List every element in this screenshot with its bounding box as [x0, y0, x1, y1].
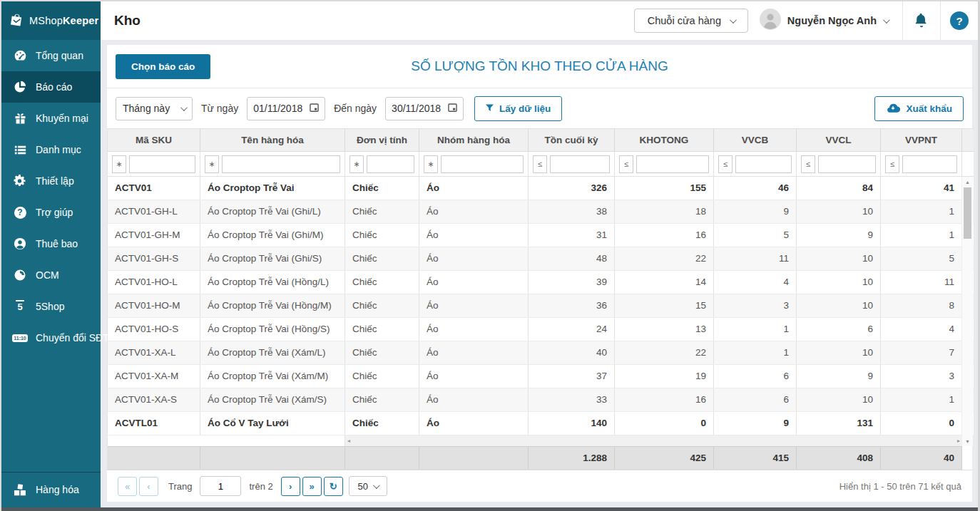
table-cell: 13	[615, 318, 714, 341]
filter-operator-button[interactable]: ∗	[424, 155, 438, 173]
export-button[interactable]: Xuất khẩu	[874, 96, 964, 121]
column-filter-input[interactable]	[222, 155, 340, 173]
sidebar-item-thue-bao[interactable]: Thuê bao	[1, 228, 101, 259]
prev-page-button[interactable]: ‹	[139, 477, 158, 496]
column-filter-input[interactable]	[735, 155, 792, 173]
sidebar-item-danh-muc[interactable]: Danh mục	[1, 134, 101, 165]
last-page-button[interactable]: »	[302, 477, 322, 496]
sidebar-item-bao-cao[interactable]: Báo cáo	[1, 71, 101, 103]
column-header-ton-cuoi-ky[interactable]: Tồn cuối kỳ	[529, 129, 615, 151]
scroll-left-arrow-icon[interactable]: ◂	[347, 438, 350, 444]
table-row[interactable]: ACTV01-HO-MÁo Croptop Trễ Vai (Hồng/M)Ch…	[108, 294, 974, 318]
table-cell: ACTV01-HO-L	[108, 271, 200, 294]
table-cell: Áo	[419, 365, 529, 388]
sidebar-item-khuyen-mai[interactable]: Khuyến mại	[1, 103, 101, 134]
brand-name: MShopKeeper	[29, 15, 98, 26]
table-row[interactable]: ACTV01-HO-SÁo Croptop Trễ Vai (Hồng/S)Ch…	[108, 318, 974, 341]
get-data-button[interactable]: Lấy dữ liệu	[474, 96, 562, 121]
content-area: Chọn báo cáo SỐ LƯỢNG TỒN KHO THEO CỬA H…	[101, 40, 978, 511]
table-cell: Áo Croptop Trễ Vai (Ghi/L)	[200, 200, 345, 223]
column-header-nhom-hang-hoa[interactable]: Nhóm hàng hóa	[419, 129, 529, 151]
column-header-vvcb[interactable]: VVCB	[714, 129, 797, 151]
table-row[interactable]: ACTV01-XA-MÁo Croptop Trễ Vai (Xám/M)Chi…	[108, 365, 974, 388]
table-cell: 39	[529, 271, 615, 294]
table-cell: 11	[714, 247, 797, 270]
table-cell: 38	[529, 200, 615, 223]
table-cell: 46	[714, 177, 797, 200]
column-filter-input[interactable]	[818, 155, 876, 173]
to-date-input[interactable]: 30/11/2018	[385, 97, 464, 120]
calendar-icon[interactable]	[448, 103, 457, 114]
column-header-vvpnt[interactable]: VVPNT	[881, 129, 962, 151]
horizontal-scroll-track[interactable]: ◂ ▸	[345, 435, 962, 446]
table-row[interactable]: ACTV01-GH-SÁo Croptop Trễ Vai (Ghi/S)Chi…	[108, 247, 974, 271]
sidebar-item-label: Hàng hóa	[36, 484, 79, 495]
refresh-button[interactable]: ↻	[324, 477, 343, 496]
table-cell: Áo	[419, 294, 529, 317]
table-cell: Áo Croptop Trễ Vai (Ghi/S)	[200, 247, 345, 270]
summary-cell	[345, 446, 419, 470]
from-date-input[interactable]: 01/11/2018	[247, 97, 325, 120]
scroll-right-arrow-icon[interactable]: ▸	[957, 438, 960, 444]
vertical-scrollbar[interactable]: ▴ ▾	[961, 177, 973, 446]
table-row[interactable]: ACVTL01Áo Cổ V Tay LướiChiếcÁo140091310	[108, 412, 974, 435]
calendar-icon[interactable]	[310, 103, 319, 114]
column-header-vvcl[interactable]: VVCL	[797, 129, 881, 151]
notification-bell-icon[interactable]	[903, 12, 940, 29]
sidebar-item-thiet-lap[interactable]: Thiết lập	[1, 165, 101, 197]
choose-report-button[interactable]: Chọn báo cáo	[116, 54, 210, 79]
column-filter-input[interactable]	[129, 155, 195, 173]
table-cell: Áo	[419, 412, 529, 435]
column-filter-input[interactable]	[902, 155, 957, 173]
shopping-bag-icon	[9, 11, 24, 30]
first-page-button[interactable]: «	[118, 477, 137, 496]
avatar	[760, 9, 781, 33]
table-row[interactable]: ACTV01-GH-MÁo Croptop Trễ Vai (Ghi/M)Chi…	[108, 224, 974, 247]
page-number-input[interactable]	[200, 476, 241, 496]
filter-operator-button[interactable]: ≤	[619, 155, 633, 173]
scroll-up-arrow-icon[interactable]: ▴	[966, 177, 969, 187]
table-cell: ACTV01-XA-L	[108, 341, 200, 364]
column-header-ten-hang-hoa[interactable]: Tên hàng hóa	[200, 129, 345, 151]
filter-operator-button[interactable]: ∗	[112, 155, 126, 173]
filter-operator-button[interactable]: ≤	[533, 155, 547, 173]
filter-operator-button[interactable]: ∗	[205, 155, 219, 173]
column-filter-input[interactable]	[441, 155, 524, 173]
column-filter-input[interactable]	[550, 155, 610, 173]
brand-logo[interactable]: MShopKeeper	[1, 1, 101, 40]
table-row[interactable]: ACTV01-HO-LÁo Croptop Trễ Vai (Hồng/L)Ch…	[108, 271, 974, 294]
vertical-scroll-thumb[interactable]	[964, 187, 971, 239]
help-icon[interactable]: ?	[941, 11, 978, 30]
table-row[interactable]: ACTV01-GH-LÁo Croptop Trễ Vai (Ghi/L)Chi…	[108, 200, 974, 224]
filter-operator-button[interactable]: ∗	[349, 155, 364, 173]
period-select[interactable]: Tháng này	[116, 97, 193, 120]
table-cell: 18	[615, 200, 714, 223]
sidebar-item-chuyen-doi-sdt[interactable]: 11:10Chuyển đổi SĐT	[1, 322, 101, 353]
store-chain-select[interactable]: Chuỗi cửa hàng	[634, 9, 748, 33]
sidebar-item-tro-giup[interactable]: ?Trợ giúp	[1, 197, 101, 228]
sidebar-item-tong-quan[interactable]: Tổng quan	[1, 40, 101, 71]
filter-operator-button[interactable]: ≤	[718, 155, 733, 173]
column-filter-input[interactable]	[367, 155, 414, 173]
horizontal-scrollbar[interactable]: ◂ ▸	[108, 435, 974, 446]
table-row[interactable]: ACTV01-XA-SÁo Croptop Trễ Vai (Xám/S)Chi…	[108, 388, 974, 412]
filter-operator-button[interactable]: ≤	[885, 155, 899, 173]
sidebar-item-5shop[interactable]: 55Shop	[1, 291, 101, 322]
filter-operator-button[interactable]: ≤	[801, 155, 815, 173]
sidebar-item-hang-hoa[interactable]: Hàng hóa	[1, 474, 101, 505]
sidebar-item-ocm[interactable]: OCM	[1, 259, 101, 291]
table-row[interactable]: ACTV01Áo Croptop Trễ VaiChiếcÁo326155468…	[108, 177, 974, 200]
column-header-khotong[interactable]: KHOTONG	[615, 129, 714, 151]
main-area: Kho Chuỗi cửa hàng Nguyễn Ngọc Anh	[101, 1, 978, 511]
column-header-don-vi-tinh[interactable]: Đơn vị tính	[345, 129, 419, 151]
next-page-button[interactable]: ›	[281, 477, 300, 496]
summary-cell: 425	[615, 446, 714, 470]
user-menu[interactable]: Nguyễn Ngọc Anh	[760, 9, 888, 33]
column-filter-input[interactable]	[636, 155, 709, 173]
scroll-down-arrow-icon[interactable]: ▾	[966, 436, 969, 446]
page-size-select[interactable]: 50	[349, 476, 387, 496]
column-header-ma-sku[interactable]: Mã SKU	[108, 129, 200, 151]
table-cell: 9	[714, 200, 797, 223]
grid-body: ACTV01Áo Croptop Trễ VaiChiếcÁo326155468…	[108, 177, 973, 435]
table-row[interactable]: ACTV01-XA-LÁo Croptop Trễ Vai (Xám/L)Chi…	[108, 341, 974, 365]
